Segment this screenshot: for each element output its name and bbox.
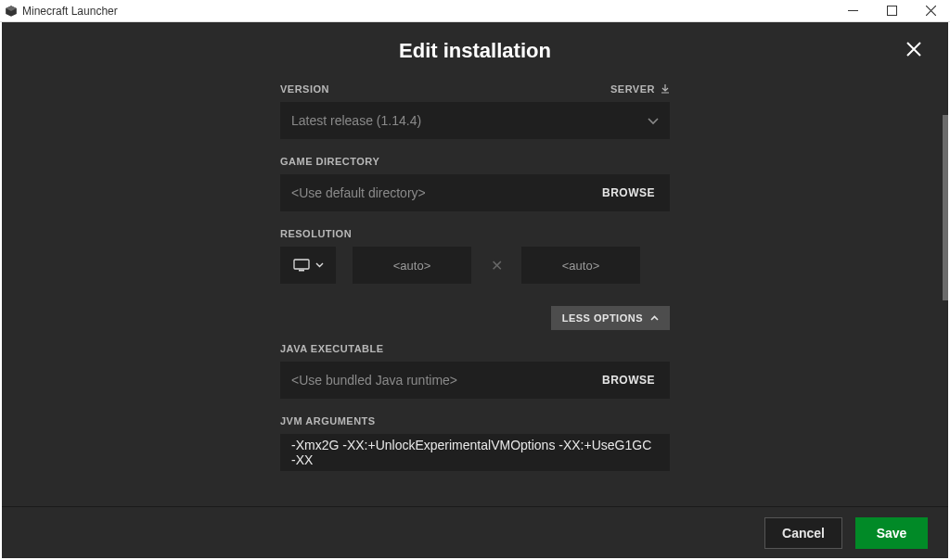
save-button[interactable]: Save	[855, 517, 928, 549]
cancel-button[interactable]: Cancel	[764, 517, 842, 549]
dialog-close-button[interactable]	[900, 35, 928, 63]
java-executable-input[interactable]: <Use bundled Java runtime>	[280, 373, 587, 388]
resolution-preset-select[interactable]	[280, 247, 336, 284]
chevron-down-icon	[315, 262, 324, 268]
server-link[interactable]: SERVER	[610, 83, 670, 95]
svg-rect-0	[848, 10, 858, 11]
svg-rect-2	[294, 260, 309, 269]
launcher-panel: Edit installation VERSION SERVER Latest …	[2, 22, 948, 558]
svg-rect-3	[299, 270, 304, 272]
window-titlebar: Minecraft Launcher	[0, 0, 950, 22]
dialog-title: Edit installation	[2, 39, 948, 63]
game-directory-label: GAME DIRECTORY	[280, 156, 379, 167]
jvm-arguments-label: JVM ARGUMENTS	[280, 415, 376, 426]
svg-rect-1	[887, 6, 896, 16]
version-select-value: Latest release (1.14.4)	[291, 113, 421, 128]
version-label: VERSION	[280, 83, 329, 95]
resolution-label: RESOLUTION	[280, 228, 352, 239]
game-directory-browse-button[interactable]: BROWSE	[587, 174, 670, 211]
chevron-down-icon	[648, 113, 659, 128]
window-maximize-button[interactable]	[872, 0, 911, 22]
scrollbar-thumb[interactable]	[943, 115, 948, 300]
java-executable-browse-button[interactable]: BROWSE	[587, 362, 670, 399]
version-select[interactable]: Latest release (1.14.4)	[280, 102, 670, 139]
jvm-arguments-field: JVM ARGUMENTS -Xmx2G -XX:+UnlockExperime…	[280, 415, 670, 471]
version-field: VERSION SERVER Latest release (1.14.4)	[280, 83, 670, 139]
jvm-arguments-input[interactable]: -Xmx2G -XX:+UnlockExperimentalVMOptions …	[280, 434, 670, 471]
resolution-field: RESOLUTION <auto> ✕ <auto>	[280, 228, 670, 284]
dialog-header: Edit installation	[2, 22, 948, 72]
resolution-height-input[interactable]: <auto>	[521, 247, 640, 284]
resolution-separator: ✕	[488, 257, 505, 274]
java-executable-label: JAVA EXECUTABLE	[280, 343, 384, 354]
minecraft-launcher-icon	[0, 0, 22, 22]
dialog-footer: Cancel Save	[2, 506, 948, 558]
chevron-up-icon	[650, 315, 659, 321]
download-icon	[661, 84, 670, 94]
game-directory-input[interactable]: <Use default directory>	[280, 185, 587, 200]
monitor-icon	[293, 259, 310, 272]
installation-form: VERSION SERVER Latest release (1.14.4) G…	[280, 83, 670, 471]
window-title: Minecraft Launcher	[22, 5, 118, 18]
less-options-label: LESS OPTIONS	[562, 312, 643, 324]
window-close-button[interactable]	[911, 0, 950, 22]
window-minimize-button[interactable]	[833, 0, 872, 22]
resolution-width-input[interactable]: <auto>	[353, 247, 471, 284]
game-directory-field: GAME DIRECTORY <Use default directory> B…	[280, 156, 670, 211]
server-link-label: SERVER	[610, 83, 655, 95]
java-executable-field: JAVA EXECUTABLE <Use bundled Java runtim…	[280, 343, 670, 399]
less-options-toggle[interactable]: LESS OPTIONS	[551, 306, 670, 330]
